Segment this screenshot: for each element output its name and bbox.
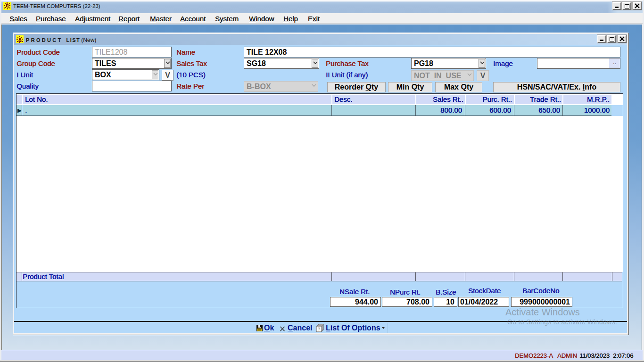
svg-text:?: ? [318, 327, 320, 331]
